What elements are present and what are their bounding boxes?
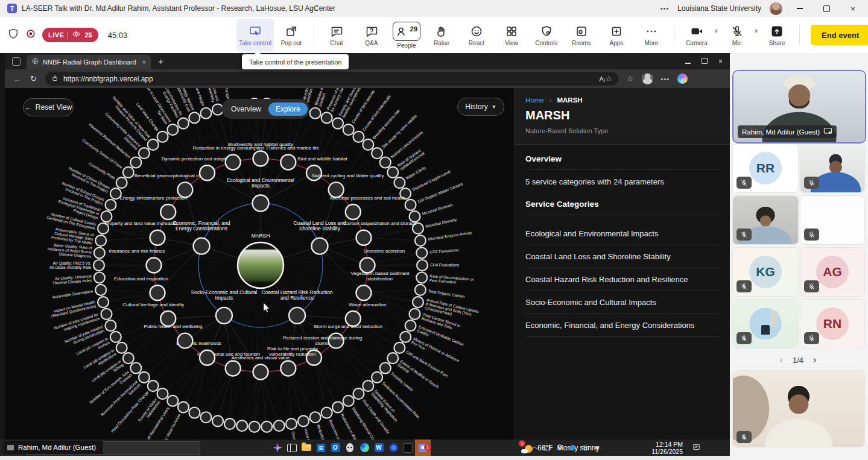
outer-node[interactable] xyxy=(130,157,141,168)
parameter-node[interactable] xyxy=(200,165,215,180)
category-list-item[interactable]: Socio-Economic and Cultural Impacts xyxy=(525,291,720,314)
outer-node[interactable] xyxy=(95,235,106,246)
category-node[interactable] xyxy=(289,307,305,324)
active-speaker-tile[interactable]: Rahim, Md Adilur (Guest) xyxy=(732,70,866,143)
outer-node[interactable] xyxy=(343,395,354,406)
outer-node[interactable] xyxy=(139,372,150,383)
outer-node[interactable] xyxy=(400,332,411,342)
parameter-node[interactable] xyxy=(177,333,192,348)
browser-more-icon[interactable]: ••• xyxy=(661,75,670,83)
end-event-button[interactable]: End event xyxy=(811,25,868,45)
outer-node[interactable] xyxy=(274,420,285,431)
qa-button[interactable]: Q&A xyxy=(354,19,389,51)
outer-node[interactable] xyxy=(286,418,297,429)
outer-node[interactable] xyxy=(387,167,398,178)
word-icon[interactable]: W xyxy=(372,440,386,456)
chat-button[interactable]: Chat xyxy=(319,19,354,51)
outer-node[interactable] xyxy=(148,380,159,391)
reset-view-button[interactable]: ← Reset View xyxy=(23,98,74,116)
pop-out-button[interactable]: Pop out xyxy=(274,19,309,51)
outer-node[interactable] xyxy=(332,402,343,412)
outer-node[interactable] xyxy=(212,415,223,426)
outer-node[interactable] xyxy=(372,148,382,159)
participant-tile[interactable] xyxy=(732,370,865,447)
outer-node[interactable] xyxy=(105,320,116,331)
outer-node[interactable] xyxy=(200,108,211,119)
teams-taskbar-icon[interactable]: 1 xyxy=(415,440,431,456)
tab-explore[interactable]: Explore xyxy=(268,102,308,116)
participant-tile[interactable]: RN xyxy=(800,299,865,348)
category-node[interactable] xyxy=(216,307,232,324)
browser-restore-button[interactable] xyxy=(702,57,708,66)
outer-node[interactable] xyxy=(363,380,373,391)
outer-node[interactable] xyxy=(167,124,178,135)
parameter-node[interactable] xyxy=(150,285,165,300)
center-node[interactable] xyxy=(238,242,284,288)
participant-tile[interactable]: RR xyxy=(732,143,799,193)
more-button[interactable]: More xyxy=(634,19,669,51)
outer-node[interactable] xyxy=(139,148,150,159)
parameter-node[interactable] xyxy=(200,350,215,365)
take-control-button[interactable]: Take control xyxy=(236,19,274,51)
camera-button[interactable]: Camera xyxy=(679,19,714,51)
category-node[interactable] xyxy=(253,195,269,212)
controls-button[interactable]: Controls xyxy=(529,19,564,51)
next-page-icon[interactable]: › xyxy=(813,354,816,365)
outer-node[interactable] xyxy=(123,167,134,178)
edge-icon[interactable] xyxy=(357,440,372,456)
tab-close-icon[interactable]: × xyxy=(142,58,146,66)
category-node[interactable] xyxy=(311,238,328,254)
outer-node[interactable] xyxy=(343,124,354,135)
outer-node[interactable] xyxy=(98,297,109,307)
participant-tile[interactable] xyxy=(800,143,865,193)
outer-node[interactable] xyxy=(394,177,405,188)
outer-node[interactable] xyxy=(130,363,141,374)
outer-node[interactable] xyxy=(416,247,427,258)
system-tray[interactable] xyxy=(530,440,602,456)
read-aloud-icon[interactable]: A) xyxy=(599,75,605,83)
browser-tab[interactable]: NNBF Radial Graph Dashboard × xyxy=(27,55,151,69)
outer-node[interactable] xyxy=(167,395,178,406)
file-explorer-icon[interactable] xyxy=(299,440,314,456)
chevron-down-icon[interactable]: ∨ xyxy=(755,28,759,34)
browser-profile-avatar[interactable] xyxy=(642,73,653,84)
people-button[interactable]: 29People xyxy=(389,19,424,51)
outlook-icon[interactable]: O xyxy=(328,440,343,456)
outer-node[interactable] xyxy=(310,412,321,423)
parameter-node[interactable] xyxy=(346,204,361,219)
parameter-node[interactable] xyxy=(280,361,296,376)
tab-actions-icon[interactable] xyxy=(12,57,21,66)
collections-icon[interactable]: ☆ xyxy=(627,74,634,83)
minimize-button[interactable] xyxy=(791,1,809,16)
parameter-node[interactable] xyxy=(356,230,371,245)
alienware-icon[interactable] xyxy=(343,440,357,456)
outer-node[interactable] xyxy=(101,309,112,320)
outer-node[interactable] xyxy=(322,112,332,123)
parameter-node[interactable] xyxy=(356,285,371,300)
outer-node[interactable] xyxy=(380,363,391,374)
favorite-star-icon[interactable]: ☆ xyxy=(605,74,612,83)
parameter-node[interactable] xyxy=(226,361,241,376)
outer-node[interactable] xyxy=(353,388,364,399)
security-shield-icon[interactable] xyxy=(7,28,19,42)
outer-node[interactable] xyxy=(105,200,116,210)
outer-node[interactable] xyxy=(148,139,159,150)
category-list-item[interactable]: Ecological and Environmental Impacts xyxy=(525,222,720,245)
org-name[interactable]: Louisiana State University xyxy=(677,4,761,13)
outer-node[interactable] xyxy=(405,200,416,210)
parameter-node[interactable] xyxy=(253,365,268,380)
participant-tile[interactable] xyxy=(732,299,799,348)
outer-node[interactable] xyxy=(322,408,332,418)
notification-center-icon[interactable] xyxy=(692,443,701,454)
outer-node[interactable] xyxy=(415,285,426,295)
mic-muted-button[interactable]: Mic xyxy=(720,19,755,51)
participant-tile[interactable] xyxy=(800,195,865,245)
browser-close-button[interactable]: × xyxy=(718,57,723,66)
outer-node[interactable] xyxy=(261,421,272,432)
maximize-button[interactable] xyxy=(817,1,835,16)
tab-overview[interactable]: Overview xyxy=(224,102,268,116)
rooms-button[interactable]: Rooms xyxy=(564,19,599,51)
speaker-icon[interactable] xyxy=(594,444,602,452)
outer-node[interactable] xyxy=(310,108,321,119)
parameter-node[interactable] xyxy=(280,155,296,170)
